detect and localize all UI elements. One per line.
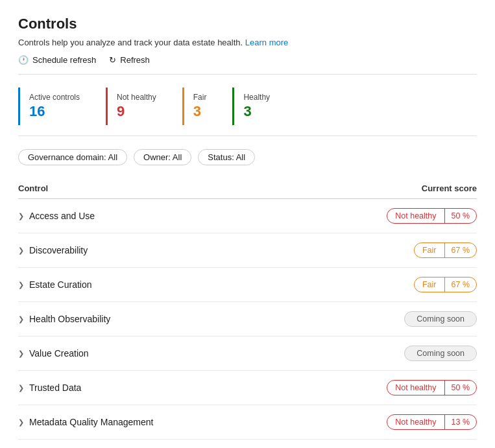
learn-more-link[interactable]: Learn more bbox=[245, 38, 288, 47]
table-row[interactable]: ❯ Value Creation Coming soon bbox=[18, 336, 477, 371]
table-body: ❯ Access and Use Not healthy 50 % ❯ Disc… bbox=[18, 199, 477, 448]
schedule-refresh-button[interactable]: 🕐 Schedule refresh bbox=[18, 55, 96, 65]
stats-row: Active controls 16 Not healthy 9 Fair 3 … bbox=[18, 88, 477, 136]
stat-label-0: Active controls bbox=[29, 93, 80, 102]
table-row[interactable]: ❯ Trusted Data Not healthy 50 % bbox=[18, 371, 477, 405]
table-row[interactable]: ❯ Metadata Quality Management Not health… bbox=[18, 405, 477, 440]
score-badge: Not healthy 50 % bbox=[387, 380, 477, 395]
stat-value-0: 16 bbox=[29, 103, 80, 120]
controls-table: Control Current score ❯ Access and Use N… bbox=[18, 178, 477, 448]
stat-item-1: Not healthy 9 bbox=[106, 88, 182, 125]
row-name-1: ❯ Discoverability bbox=[18, 245, 88, 255]
table-row[interactable]: ❯ Estate Curation Fair 67 % bbox=[18, 268, 477, 302]
stat-label-1: Not healthy bbox=[117, 93, 156, 102]
chevron-right-icon: ❯ bbox=[18, 281, 24, 289]
filters-row: Governance domain: AllOwner: AllStatus: … bbox=[18, 149, 477, 165]
stat-value-2: 3 bbox=[193, 103, 207, 120]
chevron-right-icon: ❯ bbox=[18, 246, 24, 255]
stat-item-0: Active controls 16 bbox=[18, 88, 106, 125]
page-title: Controls bbox=[18, 16, 477, 32]
row-name-6: ❯ Metadata Quality Management bbox=[18, 417, 153, 427]
page-subtitle: Controls help you analyze and track your… bbox=[18, 38, 477, 47]
schedule-icon: 🕐 bbox=[18, 55, 29, 65]
chevron-right-icon: ❯ bbox=[18, 212, 24, 220]
row-name-5: ❯ Trusted Data bbox=[18, 383, 81, 393]
score-badge: Fair 67 % bbox=[414, 277, 477, 292]
row-name-4: ❯ Value Creation bbox=[18, 348, 89, 359]
table-header: Control Current score bbox=[18, 178, 477, 199]
row-name-0: ❯ Access and Use bbox=[18, 211, 95, 221]
table-row[interactable]: ❯ Access and Use Not healthy 50 % bbox=[18, 199, 477, 233]
row-name-2: ❯ Estate Curation bbox=[18, 279, 92, 290]
filter-chip-0[interactable]: Governance domain: All bbox=[18, 149, 127, 165]
stat-value-1: 9 bbox=[117, 103, 156, 120]
stat-label-2: Fair bbox=[193, 93, 207, 102]
chevron-right-icon: ❯ bbox=[18, 384, 24, 392]
chevron-right-icon: ❯ bbox=[18, 315, 24, 324]
score-badge: Fair 67 % bbox=[414, 242, 477, 258]
refresh-button[interactable]: ↻ Refresh bbox=[109, 55, 150, 65]
refresh-icon: ↻ bbox=[109, 55, 116, 65]
toolbar: 🕐 Schedule refresh ↻ Refresh bbox=[18, 55, 477, 75]
stat-item-3: Healthy 3 bbox=[232, 88, 296, 125]
stat-label-3: Healthy bbox=[243, 93, 270, 102]
table-row[interactable]: ❯ Data Quality Management Fair 65 % bbox=[18, 440, 477, 448]
chevron-right-icon: ❯ bbox=[18, 418, 24, 427]
score-badge: Not healthy 13 % bbox=[387, 414, 477, 430]
filter-chip-1[interactable]: Owner: All bbox=[134, 149, 191, 165]
filter-chip-2[interactable]: Status: All bbox=[198, 149, 255, 165]
stat-value-3: 3 bbox=[243, 103, 270, 120]
chevron-right-icon: ❯ bbox=[18, 349, 24, 358]
score-badge: Not healthy 50 % bbox=[387, 208, 477, 224]
stat-item-2: Fair 3 bbox=[182, 88, 233, 125]
table-row[interactable]: ❯ Discoverability Fair 67 % bbox=[18, 233, 477, 268]
score-badge: Coming soon bbox=[404, 346, 477, 361]
table-row[interactable]: ❯ Health Observability Coming soon bbox=[18, 302, 477, 336]
row-name-3: ❯ Health Observability bbox=[18, 314, 110, 324]
score-badge: Coming soon bbox=[404, 311, 477, 327]
